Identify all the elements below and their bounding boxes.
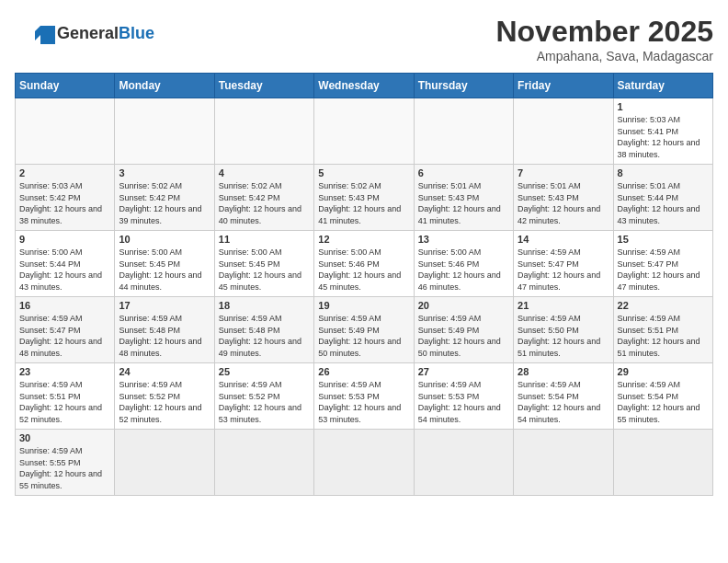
calendar-day-cell: 13Sunrise: 5:00 AMSunset: 5:46 PMDayligh… xyxy=(414,231,513,297)
day-info: Sunrise: 4:59 AMSunset: 5:51 PMDaylight:… xyxy=(618,313,709,359)
day-number: 28 xyxy=(518,366,609,377)
calendar-week-row: 9Sunrise: 5:00 AMSunset: 5:44 PMDaylight… xyxy=(16,231,713,297)
calendar-day-cell xyxy=(115,430,214,496)
day-info: Sunrise: 5:00 AMSunset: 5:44 PMDaylight:… xyxy=(19,247,110,293)
day-info: Sunrise: 5:02 AMSunset: 5:42 PMDaylight:… xyxy=(219,180,310,226)
day-number: 22 xyxy=(618,300,709,311)
day-info: Sunrise: 4:59 AMSunset: 5:47 PMDaylight:… xyxy=(618,247,709,293)
calendar-day-cell: 7Sunrise: 5:01 AMSunset: 5:43 PMDaylight… xyxy=(514,165,613,231)
day-info: Sunrise: 4:59 AMSunset: 5:51 PMDaylight:… xyxy=(19,379,110,425)
day-number: 21 xyxy=(518,300,609,311)
day-info: Sunrise: 4:59 AMSunset: 5:55 PMDaylight:… xyxy=(19,445,110,491)
calendar-day-cell: 30Sunrise: 4:59 AMSunset: 5:55 PMDayligh… xyxy=(16,430,115,496)
calendar-day-cell: 27Sunrise: 4:59 AMSunset: 5:53 PMDayligh… xyxy=(414,363,513,430)
logo-text: GeneralBlue xyxy=(57,24,154,42)
day-info: Sunrise: 4:59 AMSunset: 5:47 PMDaylight:… xyxy=(518,247,609,293)
calendar-day-cell: 17Sunrise: 4:59 AMSunset: 5:48 PMDayligh… xyxy=(115,297,214,363)
calendar-day-cell: 18Sunrise: 4:59 AMSunset: 5:48 PMDayligh… xyxy=(214,297,313,363)
day-number: 3 xyxy=(119,167,210,178)
calendar-day-cell xyxy=(214,430,313,496)
day-info: Sunrise: 5:02 AMSunset: 5:43 PMDaylight:… xyxy=(318,180,409,226)
calendar-week-row: 23Sunrise: 4:59 AMSunset: 5:51 PMDayligh… xyxy=(16,363,713,430)
calendar-day-cell: 9Sunrise: 5:00 AMSunset: 5:44 PMDaylight… xyxy=(16,231,115,297)
calendar-day-cell: 3Sunrise: 5:02 AMSunset: 5:42 PMDaylight… xyxy=(115,165,214,231)
day-number: 17 xyxy=(119,300,210,311)
day-info: Sunrise: 5:01 AMSunset: 5:43 PMDaylight:… xyxy=(518,180,609,226)
day-info: Sunrise: 5:01 AMSunset: 5:43 PMDaylight:… xyxy=(418,180,509,226)
day-info: Sunrise: 4:59 AMSunset: 5:53 PMDaylight:… xyxy=(318,379,409,425)
day-info: Sunrise: 4:59 AMSunset: 5:54 PMDaylight:… xyxy=(618,379,709,425)
calendar-header-day: Monday xyxy=(115,74,214,98)
day-info: Sunrise: 5:03 AMSunset: 5:41 PMDaylight:… xyxy=(618,114,709,160)
calendar-week-row: 2Sunrise: 5:03 AMSunset: 5:42 PMDaylight… xyxy=(16,165,713,231)
calendar-day-cell: 25Sunrise: 4:59 AMSunset: 5:52 PMDayligh… xyxy=(214,363,313,430)
calendar-header-day: Wednesday xyxy=(314,74,414,98)
calendar-day-cell: 2Sunrise: 5:03 AMSunset: 5:42 PMDaylight… xyxy=(16,165,115,231)
day-info: Sunrise: 4:59 AMSunset: 5:54 PMDaylight:… xyxy=(518,379,609,425)
calendar-day-cell xyxy=(115,98,214,165)
page-title: November 2025 xyxy=(495,15,713,49)
calendar-day-cell xyxy=(314,430,414,496)
day-info: Sunrise: 4:59 AMSunset: 5:53 PMDaylight:… xyxy=(418,379,509,425)
svg-marker-2 xyxy=(40,26,55,35)
calendar-day-cell: 15Sunrise: 4:59 AMSunset: 5:47 PMDayligh… xyxy=(613,231,712,297)
day-number: 13 xyxy=(418,234,509,245)
day-info: Sunrise: 4:59 AMSunset: 5:48 PMDaylight:… xyxy=(119,313,210,359)
day-number: 1 xyxy=(618,101,709,112)
day-info: Sunrise: 4:59 AMSunset: 5:52 PMDaylight:… xyxy=(119,379,210,425)
day-number: 24 xyxy=(119,366,210,377)
calendar-week-row: 16Sunrise: 4:59 AMSunset: 5:47 PMDayligh… xyxy=(16,297,713,363)
svg-rect-1 xyxy=(40,35,55,44)
calendar-day-cell xyxy=(16,98,115,165)
day-number: 9 xyxy=(19,234,110,245)
day-number: 15 xyxy=(618,234,709,245)
calendar-header-day: Sunday xyxy=(16,74,115,98)
day-info: Sunrise: 5:00 AMSunset: 5:45 PMDaylight:… xyxy=(219,247,310,293)
day-number: 25 xyxy=(219,366,310,377)
calendar-day-cell: 6Sunrise: 5:01 AMSunset: 5:43 PMDaylight… xyxy=(414,165,513,231)
calendar-day-cell xyxy=(314,98,414,165)
calendar-day-cell: 11Sunrise: 5:00 AMSunset: 5:45 PMDayligh… xyxy=(214,231,313,297)
title-area: November 2025 Ampahana, Sava, Madagascar xyxy=(495,15,713,63)
calendar-header-day: Saturday xyxy=(613,74,712,98)
calendar-day-cell xyxy=(514,98,613,165)
day-info: Sunrise: 4:59 AMSunset: 5:50 PMDaylight:… xyxy=(518,313,609,359)
page-subtitle: Ampahana, Sava, Madagascar xyxy=(495,49,713,63)
day-number: 18 xyxy=(219,300,310,311)
calendar-day-cell: 14Sunrise: 4:59 AMSunset: 5:47 PMDayligh… xyxy=(514,231,613,297)
calendar-day-cell xyxy=(514,430,613,496)
calendar-day-cell: 20Sunrise: 4:59 AMSunset: 5:49 PMDayligh… xyxy=(414,297,513,363)
calendar-table: SundayMondayTuesdayWednesdayThursdayFrid… xyxy=(15,73,713,496)
day-info: Sunrise: 5:00 AMSunset: 5:46 PMDaylight:… xyxy=(418,247,509,293)
day-number: 2 xyxy=(19,167,110,178)
day-number: 7 xyxy=(518,167,609,178)
calendar-day-cell: 26Sunrise: 4:59 AMSunset: 5:53 PMDayligh… xyxy=(314,363,414,430)
calendar-day-cell: 29Sunrise: 4:59 AMSunset: 5:54 PMDayligh… xyxy=(613,363,712,430)
calendar-header-day: Tuesday xyxy=(214,74,313,98)
day-info: Sunrise: 4:59 AMSunset: 5:49 PMDaylight:… xyxy=(418,313,509,359)
calendar-header-row: SundayMondayTuesdayWednesdayThursdayFrid… xyxy=(16,74,713,98)
day-number: 19 xyxy=(318,300,409,311)
day-number: 12 xyxy=(318,234,409,245)
day-info: Sunrise: 5:03 AMSunset: 5:42 PMDaylight:… xyxy=(19,180,110,226)
calendar-week-row: 30Sunrise: 4:59 AMSunset: 5:55 PMDayligh… xyxy=(16,430,713,496)
day-info: Sunrise: 5:00 AMSunset: 5:45 PMDaylight:… xyxy=(119,247,210,293)
day-info: Sunrise: 4:59 AMSunset: 5:48 PMDaylight:… xyxy=(219,313,310,359)
day-info: Sunrise: 4:59 AMSunset: 5:47 PMDaylight:… xyxy=(19,313,110,359)
page-header: GeneralBlue November 2025 Ampahana, Sava… xyxy=(15,15,713,63)
calendar-day-cell: 4Sunrise: 5:02 AMSunset: 5:42 PMDaylight… xyxy=(214,165,313,231)
calendar-day-cell xyxy=(414,98,513,165)
calendar-day-cell xyxy=(414,430,513,496)
day-info: Sunrise: 5:02 AMSunset: 5:42 PMDaylight:… xyxy=(119,180,210,226)
day-info: Sunrise: 5:00 AMSunset: 5:46 PMDaylight:… xyxy=(318,247,409,293)
calendar-day-cell: 23Sunrise: 4:59 AMSunset: 5:51 PMDayligh… xyxy=(16,363,115,430)
day-number: 6 xyxy=(418,167,509,178)
day-number: 30 xyxy=(19,432,110,443)
day-info: Sunrise: 5:01 AMSunset: 5:44 PMDaylight:… xyxy=(618,180,709,226)
day-number: 26 xyxy=(318,366,409,377)
calendar-day-cell xyxy=(613,430,712,496)
day-number: 11 xyxy=(219,234,310,245)
calendar-day-cell: 12Sunrise: 5:00 AMSunset: 5:46 PMDayligh… xyxy=(314,231,414,297)
calendar-day-cell: 16Sunrise: 4:59 AMSunset: 5:47 PMDayligh… xyxy=(16,297,115,363)
calendar-day-cell: 10Sunrise: 5:00 AMSunset: 5:45 PMDayligh… xyxy=(115,231,214,297)
